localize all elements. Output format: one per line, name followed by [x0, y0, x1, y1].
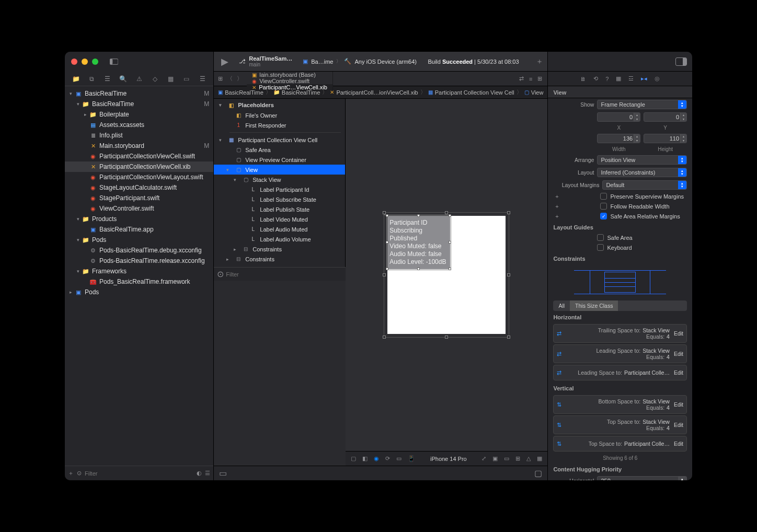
report-nav-tab[interactable]: ☰ [197, 74, 208, 84]
editor-tab[interactable]: ◉ViewController.swift [247, 78, 333, 84]
preserve-superview-check[interactable] [600, 193, 607, 200]
seg-all[interactable]: All [553, 300, 570, 311]
scheme-project[interactable]: ⎇ RealTimeSam… main [239, 55, 292, 67]
outline-item[interactable]: ◧File's Owner [214, 110, 345, 120]
panels-toggle-icon[interactable] [675, 57, 687, 66]
outline-item[interactable]: ▾▢Stack View [214, 175, 345, 184]
placeholders-group[interactable]: ▾◧ Placeholders [214, 99, 345, 110]
x-field[interactable]: 0 [597, 112, 640, 122]
ib-canvas[interactable]: × Participant IDSubscribingPublishedVide… [346, 99, 547, 451]
orientation-icon[interactable]: ⟳ [385, 455, 390, 462]
identity-inspector-tab[interactable]: ▦ [616, 75, 621, 82]
file-row[interactable]: ▾▣BasicRealTimeM [65, 88, 213, 99]
constraint-card[interactable]: ⇅Top Space to:Participant Colle…Edit [553, 436, 687, 452]
outline-item[interactable]: ▾▢View [214, 165, 345, 175]
safe-area-guide-check[interactable] [597, 234, 604, 241]
zoom-actual-icon[interactable]: ⤢ [481, 455, 486, 462]
constraints-diagram[interactable] [553, 266, 687, 298]
history-inspector-tab[interactable]: ⟲ [593, 75, 598, 82]
test-nav-tab[interactable]: ◇ [150, 74, 160, 84]
navigator-filter-input[interactable] [85, 470, 193, 477]
scm-filter-icon[interactable]: ☰ [205, 470, 210, 477]
console-toggle-icon[interactable]: ▢ [534, 468, 542, 478]
file-row[interactable]: ◉ViewController.swift [65, 203, 213, 214]
outline-filter-input[interactable] [226, 271, 342, 277]
jump-bar[interactable]: ▣BasicRealTime〉📁BasicRealTime〉✕Participa… [214, 86, 547, 99]
edit-constraint[interactable]: Edit [674, 441, 683, 447]
doc-options-icon[interactable]: ◧ [362, 455, 368, 462]
safe-area-margins-check[interactable]: ✓ [600, 213, 607, 219]
add-margin-button[interactable]: + [553, 193, 560, 200]
outline-item[interactable]: LLabel Subscribe State [214, 194, 345, 204]
edit-constraint[interactable]: Edit [674, 351, 683, 357]
outline-item[interactable]: ▸⊟Constraints [214, 244, 345, 254]
find-nav-tab[interactable]: 🔍 [118, 74, 129, 84]
file-row[interactable]: ▾📁BasicRealTimeM [65, 99, 213, 109]
constraint-card[interactable]: ⇅Bottom Space to:Stack ViewEquals:4Edit [553, 395, 687, 414]
adjust-editor-icon[interactable]: ≡ [529, 76, 532, 82]
project-tree[interactable]: ▾▣BasicRealTimeM▾📁BasicRealTimeM▸📁Boiler… [65, 86, 213, 466]
outline-item[interactable]: ▢View Preview Container [214, 155, 345, 165]
file-row[interactable]: ◉StageLayoutCalculator.swift [65, 182, 213, 193]
file-row[interactable]: 🧰Pods_BasicRealTime.framework [65, 276, 213, 287]
attributes-inspector-tab[interactable]: ☲ [628, 75, 634, 82]
file-row[interactable]: ▸▣Pods [65, 287, 213, 297]
related-items-icon[interactable]: ⊞ [218, 75, 223, 82]
outline-item[interactable]: LLabel Audio Volume [214, 234, 345, 244]
layout-margins-select[interactable]: Default [602, 180, 687, 190]
document-outline[interactable]: ▾◧ Placeholders ◧File's Owner1First Resp… [214, 99, 346, 267]
height-field[interactable]: 110 [644, 134, 687, 143]
outline-item[interactable]: ▸⊟Constraints [214, 254, 345, 264]
symbol-nav-tab[interactable]: ☰ [102, 74, 113, 84]
debug-nav-tab[interactable]: ▦ [166, 74, 176, 84]
device-icon[interactable]: 📱 [408, 455, 415, 462]
add-margin-button[interactable]: + [553, 203, 560, 210]
file-row[interactable]: ▦Assets.xcassets [65, 120, 213, 130]
connections-inspector-tab[interactable]: ◎ [655, 75, 660, 82]
file-row[interactable]: ✕ParticipantCollectionViewCell.xib [65, 161, 213, 172]
scheme-selector[interactable]: ▣ Ba…ime 〉 🔨 Any iOS Device (arm64) [303, 58, 417, 65]
align-icon[interactable]: ▭ [504, 455, 509, 462]
size-class-segment[interactable]: All This Size Class [553, 300, 687, 311]
outline-item[interactable]: LLabel Audio Muted [214, 224, 345, 234]
edit-constraint[interactable]: Edit [674, 330, 683, 337]
debug-toggle-icon[interactable]: ▭ [219, 468, 227, 478]
edit-constraint[interactable]: Edit [674, 369, 683, 376]
file-row[interactable]: ⚙Pods-BasicRealTime.debug.xcconfig [65, 245, 213, 256]
zoom-button[interactable] [92, 59, 98, 65]
seg-this[interactable]: This Size Class [570, 300, 618, 311]
embed-icon[interactable]: ▣ [492, 455, 498, 462]
file-row[interactable]: ⚙Pods-BasicRealTime.release.xcconfig [65, 256, 213, 266]
outline-item[interactable]: LLabel Video Muted [214, 214, 345, 224]
outline-toggle-icon[interactable]: ▢ [351, 455, 356, 462]
add-button[interactable]: ＋ [68, 469, 74, 477]
issue-nav-tab[interactable]: ⚠ [134, 74, 144, 84]
edit-constraint[interactable]: Edit [674, 422, 683, 428]
constraint-card[interactable]: ⇅Top Space to:Stack ViewEquals:4Edit [553, 415, 687, 434]
sidebar-toggle-icon[interactable] [110, 57, 118, 66]
source-control-nav-tab[interactable]: ⧉ [86, 74, 97, 84]
library-button[interactable]: ＋ [536, 57, 543, 66]
outline-item[interactable]: LLabel Publish State [214, 204, 345, 214]
file-row[interactable]: ◉ParticipantCollectionViewLayout.swift [65, 172, 213, 182]
add-margin-button[interactable]: + [553, 213, 560, 219]
file-row[interactable]: ▾📁Products [65, 214, 213, 224]
file-row[interactable]: ▣BasicRealTime.app [65, 224, 213, 235]
selected-view-overlay[interactable]: Participant IDSubscribingPublishedVideo … [387, 216, 450, 269]
breakpoint-nav-tab[interactable]: ▭ [181, 74, 192, 84]
outline-item[interactable]: LLabel Participant Id [214, 184, 345, 194]
arrange-select[interactable]: Position View [597, 155, 687, 165]
y-field[interactable]: 0 [644, 112, 687, 122]
file-row[interactable]: ▾📁Frameworks [65, 266, 213, 276]
cell-artboard[interactable]: Participant IDSubscribingPublishedVideo … [387, 216, 506, 334]
resolve-icon[interactable]: △ [526, 455, 531, 462]
constraint-card[interactable]: ⇄Leading Space to:Participant Colle…Edit [553, 365, 687, 380]
layout-select[interactable]: Inferred (Constraints) [597, 168, 687, 177]
add-editor-icon[interactable]: ⊞ [537, 75, 542, 82]
file-row[interactable]: ▸📁Boilerplate [65, 109, 213, 120]
constraint-card[interactable]: ⇄Trailing Space to:Stack ViewEquals:4Edi… [553, 324, 687, 343]
back-button[interactable]: 〈 [227, 75, 233, 83]
readable-width-check[interactable] [600, 203, 607, 210]
minimize-button[interactable] [82, 59, 88, 65]
chp-horizontal[interactable]: 250 [597, 476, 687, 480]
